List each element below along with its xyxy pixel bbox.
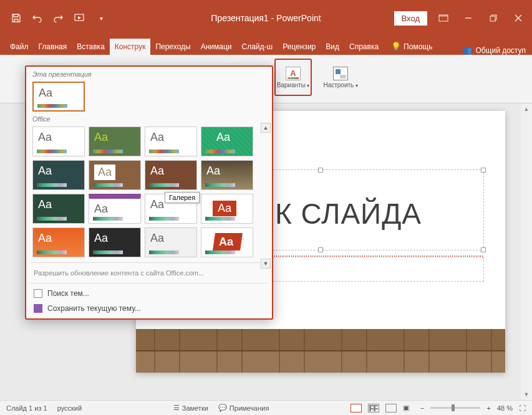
zoom-out-button[interactable]: − (420, 404, 424, 412)
theme-thumb-current[interactable]: Aa (32, 82, 85, 112)
theme-thumb-text: Aa (150, 131, 164, 144)
save-current-theme-item[interactable]: Сохранить текущую тему... (26, 301, 272, 316)
tab-view[interactable]: Вид (321, 39, 344, 55)
close-icon[interactable] (510, 11, 527, 25)
reading-view-icon[interactable] (385, 404, 397, 413)
theme-thumb[interactable]: Aa (89, 126, 141, 156)
color-strip-icon (37, 104, 67, 108)
gallery-scrollbar[interactable]: ▲ ▼ (261, 123, 271, 269)
color-strip-icon (205, 250, 235, 254)
theme-thumb-text: Aa (94, 165, 115, 180)
customize-icon (333, 67, 348, 80)
fit-to-window-icon[interactable]: ⛶ (519, 404, 526, 412)
notes-button[interactable]: ☰ Заметки (173, 404, 208, 412)
theme-thumb[interactable]: Aa (89, 160, 141, 190)
theme-tooltip: Галерея (165, 192, 200, 203)
tab-home[interactable]: Главная (34, 39, 72, 55)
color-strip-icon (93, 217, 123, 221)
theme-thumb-text: Aa (206, 165, 220, 178)
save-theme-label: Сохранить текущую тему... (47, 304, 141, 313)
tab-review[interactable]: Рецензир (278, 39, 321, 55)
ribbon-tabs: Файл Главная Вставка Конструк Переходы А… (0, 36, 532, 55)
theme-thumb[interactable]: Aa (201, 194, 253, 224)
theme-thumb-text: Aa (216, 131, 230, 144)
variants-button[interactable]: A Варианты (274, 59, 312, 96)
tab-slideshow[interactable]: Слайд-ш (237, 39, 278, 55)
minimize-icon[interactable] (460, 11, 477, 25)
theme-thumb[interactable]: Aa (32, 227, 85, 257)
scroll-up-icon[interactable]: ▲ (521, 103, 532, 115)
gallery-scroll-down-icon[interactable]: ▼ (261, 259, 271, 269)
theme-thumb-text: Aa (94, 203, 108, 216)
slideshow-view-icon[interactable]: ▣ (403, 404, 414, 413)
share-label: Общий доступ (475, 46, 526, 55)
qat-customize-icon[interactable]: ▾ (95, 12, 107, 24)
theme-thumb-text: Aa (213, 201, 236, 216)
zoom-in-button[interactable]: + (486, 404, 490, 412)
save-icon[interactable] (10, 12, 22, 24)
theme-thumb[interactable]: Aa (32, 160, 85, 190)
theme-thumb[interactable]: Aa (145, 227, 197, 257)
color-strip-icon (149, 217, 179, 221)
theme-thumb[interactable]: Aa (201, 227, 253, 257)
theme-thumb-text: Aa (38, 198, 52, 211)
theme-thumb[interactable]: Aa (145, 126, 197, 156)
enable-office-updates[interactable]: Разрешить обновление контента с сайта Of… (26, 265, 272, 280)
color-strip-icon (37, 217, 67, 221)
tab-help[interactable]: Справка (344, 39, 384, 55)
section-office: Office (26, 114, 272, 124)
language-indicator[interactable]: русский (57, 404, 82, 412)
tab-insert[interactable]: Вставка (72, 39, 110, 55)
theme-thumb[interactable]: Aa (201, 160, 253, 190)
theme-thumb[interactable]: Aa (201, 126, 253, 156)
restore-icon[interactable] (485, 11, 502, 25)
color-strip-icon (205, 150, 235, 153)
redo-icon[interactable] (52, 12, 65, 24)
share-button[interactable]: 👥 Общий доступ (463, 46, 526, 55)
search-themes-label: Поиск тем... (47, 289, 89, 298)
tab-design[interactable]: Конструк (110, 39, 151, 55)
theme-gallery-dropdown: Эта презентация Aa Office AaAaAaAaAaAaAa… (25, 65, 273, 320)
comments-button[interactable]: 💬 Примечания (218, 404, 269, 412)
color-strip-icon (149, 150, 179, 153)
search-themes-item[interactable]: Поиск тем... (26, 286, 272, 301)
variants-icon: A (286, 67, 301, 80)
tab-transitions[interactable]: Переходы (150, 39, 195, 55)
svg-rect-4 (490, 16, 495, 21)
tab-animations[interactable]: Анимаци (196, 39, 237, 55)
tab-file[interactable]: Файл (5, 39, 34, 55)
ribbon-options-icon[interactable] (435, 11, 452, 25)
undo-icon[interactable] (31, 12, 44, 24)
variants-label: Варианты (277, 82, 309, 88)
zoom-value[interactable]: 48 % (497, 404, 513, 412)
window-title: Презентация1 - PowerPoint (211, 13, 321, 23)
color-strip-icon (149, 250, 179, 254)
customize-button[interactable]: Настроить (321, 59, 360, 96)
title-bar: ▾ Презентация1 - PowerPoint Вход (0, 0, 532, 36)
status-bar: Слайд 1 из 1 русский ☰ Заметки 💬 Примеча… (0, 400, 532, 415)
scroll-down-icon[interactable]: ▼ (521, 389, 532, 400)
theme-thumb-text: Aa (150, 198, 164, 211)
theme-thumb-text: Aa (150, 232, 164, 245)
slide-counter[interactable]: Слайд 1 из 1 (6, 404, 47, 412)
theme-thumb[interactable]: Aa (32, 126, 85, 156)
tell-me-search[interactable]: 💡 Помощь (386, 38, 437, 55)
color-strip-icon (93, 150, 123, 153)
theme-thumb[interactable]: Aa (32, 194, 85, 224)
gallery-scroll-up-icon[interactable]: ▲ (261, 123, 271, 133)
quick-access-toolbar: ▾ (10, 12, 107, 24)
color-strip-icon (93, 183, 123, 187)
theme-thumb[interactable]: Aa (89, 194, 141, 224)
comments-icon: 💬 (218, 404, 227, 412)
start-slideshow-icon[interactable] (74, 12, 86, 24)
save-theme-icon (34, 304, 42, 313)
theme-thumb[interactable]: Aa (89, 227, 141, 257)
normal-view-icon[interactable] (351, 404, 362, 413)
theme-thumb[interactable]: Aa (145, 160, 197, 190)
sign-in-button[interactable]: Вход (394, 11, 427, 26)
theme-thumb-text: Aa (38, 131, 52, 144)
section-this-presentation: Эта презентация (26, 69, 272, 79)
slide-sorter-icon[interactable] (368, 404, 379, 413)
vertical-scrollbar[interactable]: ▲ ▼ (521, 103, 532, 400)
zoom-slider[interactable] (430, 407, 480, 409)
